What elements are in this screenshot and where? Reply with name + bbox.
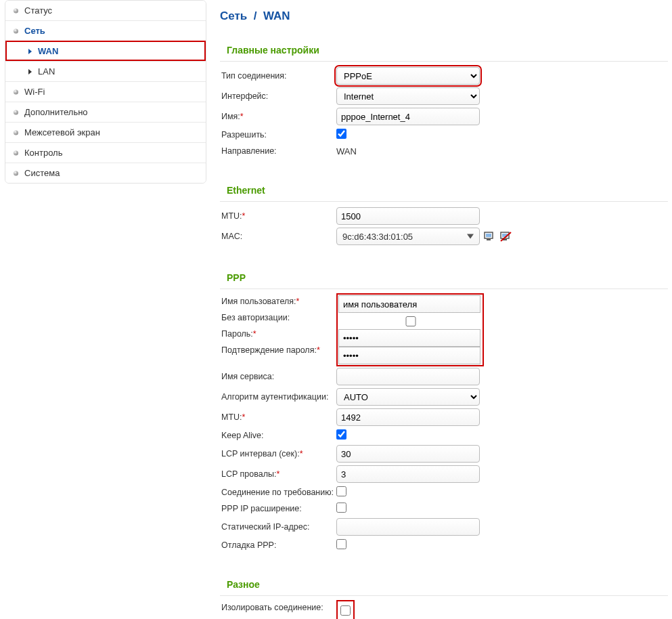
reset-mac-icon[interactable] — [500, 232, 512, 242]
svg-rect-1 — [486, 234, 491, 237]
sidebar-item-label: Дополнительно — [24, 107, 88, 117]
allow-checkbox[interactable] — [336, 129, 346, 139]
sidebar-item-wan[interactable]: WAN — [5, 41, 206, 61]
sidebar-item-label: Контроль — [24, 148, 62, 158]
ppp-svc-label: Имя сервиса: — [220, 372, 336, 381]
ppp-pass-label: Пароль:* — [220, 329, 336, 339]
interface-label: Интерфейс: — [220, 91, 336, 101]
ppp-ipext-checkbox[interactable] — [336, 503, 346, 513]
section-ppp: PPP Имя пользователя:* Без авторизации: … — [220, 265, 668, 553]
ppp-noauth-label: Без авторизации: — [220, 313, 336, 322]
ppp-pass-input[interactable] — [338, 329, 480, 347]
mac-select[interactable]: 9c:d6:43:3d:01:05 — [336, 228, 480, 245]
svg-rect-2 — [487, 239, 491, 240]
ppp-mtu-input[interactable] — [336, 408, 480, 426]
bullet-icon — [14, 110, 18, 114]
bullet-icon — [14, 89, 18, 94]
chevron-right-icon — [28, 69, 32, 74]
ppp-lcpfail-input[interactable] — [336, 465, 480, 483]
breadcrumb-part: Сеть — [220, 9, 247, 22]
ppp-auth-label: Алгоритм аутентификации: — [220, 392, 336, 402]
breadcrumb-sep: / — [250, 9, 263, 22]
main-content: Сеть / WAN Главные настройки Тип соедине… — [206, 0, 672, 619]
sidebar-item-label: Статус — [24, 5, 52, 16]
bullet-icon — [14, 130, 18, 135]
sidebar-item-network[interactable]: Сеть — [5, 20, 206, 41]
misc-isolate-checkbox[interactable] — [340, 605, 351, 616]
section-misc: Разное Изолировать соединение: Включить … — [220, 572, 668, 619]
direction-label: Направление: — [220, 146, 336, 156]
section-title: Ethernet — [220, 185, 668, 202]
mac-value: 9c:d6:43:3d:01:05 — [342, 232, 413, 242]
eth-mtu-label: MTU:* — [220, 211, 336, 221]
sidebar-item-status[interactable]: Статус — [5, 1, 206, 20]
mac-label: MAC: — [220, 232, 336, 241]
sidebar-item-advanced[interactable]: Дополнительно — [5, 102, 206, 122]
ppp-svc-input[interactable] — [336, 368, 480, 385]
name-label: Имя:* — [220, 112, 336, 121]
section-ethernet: Ethernet MTU:* MAC: 9c:d6:43:3d:01:05 — [220, 178, 668, 247]
ppp-noauth-checkbox[interactable] — [340, 316, 482, 326]
sidebar-item-label: Межсетевой экран — [24, 127, 100, 137]
sidebar: Статус Сеть WAN LAN Wi-Fi Дополнительно … — [5, 0, 206, 184]
ppp-lcpint-label: LCP интервал (сек):* — [220, 449, 336, 458]
interface-select[interactable]: Internet — [336, 87, 480, 105]
sidebar-item-firewall[interactable]: Межсетевой экран — [5, 122, 206, 142]
ppp-user-label: Имя пользователя:* — [220, 297, 336, 306]
sidebar-item-control[interactable]: Контроль — [5, 142, 206, 163]
ppp-lcpint-input[interactable] — [336, 445, 480, 463]
direction-value: WAN — [336, 146, 357, 156]
ppp-ipext-label: PPP IP расширение: — [220, 504, 336, 513]
ppp-auth-select[interactable]: AUTO — [336, 388, 480, 406]
ppp-static-label: Статический IP-адрес: — [220, 522, 336, 532]
ppp-debug-checkbox[interactable] — [336, 539, 346, 549]
bullet-icon — [14, 150, 18, 155]
bullet-icon — [14, 171, 18, 175]
misc-highlight — [336, 600, 355, 619]
section-title: Разное — [220, 579, 668, 596]
breadcrumb-part: WAN — [263, 9, 290, 22]
ppp-ondemand-label: Соединение по требованию: — [220, 488, 336, 497]
name-input[interactable] — [336, 108, 480, 125]
ppp-keep-label: Keep Alive: — [220, 431, 336, 440]
ppp-mtu-label: MTU:* — [220, 412, 336, 422]
misc-isolate-label: Изолировать соединение: — [220, 603, 336, 612]
bullet-icon — [14, 28, 18, 33]
allow-label: Разрешить: — [220, 130, 336, 140]
chevron-down-icon — [467, 234, 474, 239]
breadcrumb: Сеть / WAN — [220, 0, 668, 23]
ppp-lcpfail-label: LCP провалы:* — [220, 469, 336, 479]
ppp-user-input[interactable] — [338, 295, 480, 313]
section-title: Главные настройки — [220, 45, 668, 62]
chevron-right-icon — [28, 49, 32, 54]
ppp-debug-label: Отладка PPP: — [220, 540, 336, 550]
ppp-static-input[interactable] — [336, 518, 480, 536]
ppp-credentials-highlight — [336, 293, 484, 366]
conn-type-label: Тип соединения: — [220, 71, 336, 81]
clone-mac-icon[interactable] — [484, 232, 496, 242]
section-title: PPP — [220, 272, 668, 289]
sidebar-item-lan[interactable]: LAN — [5, 61, 206, 81]
eth-mtu-input[interactable] — [336, 207, 480, 225]
sidebar-item-label: Сеть — [24, 26, 45, 36]
ppp-pass2-input[interactable] — [338, 347, 480, 364]
sidebar-item-system[interactable]: Система — [5, 163, 206, 183]
section-main-settings: Главные настройки Тип соединения: PPPoE … — [220, 38, 668, 159]
ppp-keep-checkbox[interactable] — [336, 429, 346, 440]
sidebar-item-label: LAN — [38, 66, 55, 77]
sidebar-item-label: Wi-Fi — [24, 87, 45, 97]
sidebar-item-label: WAN — [38, 46, 58, 56]
bullet-icon — [14, 8, 18, 13]
ppp-pass2-label: Подтверждение пароля:* — [220, 345, 336, 355]
sidebar-item-wifi[interactable]: Wi-Fi — [5, 81, 206, 102]
sidebar-item-label: Система — [24, 168, 60, 178]
ppp-ondemand-checkbox[interactable] — [336, 486, 346, 496]
conn-type-select[interactable]: PPPoE — [336, 67, 480, 85]
